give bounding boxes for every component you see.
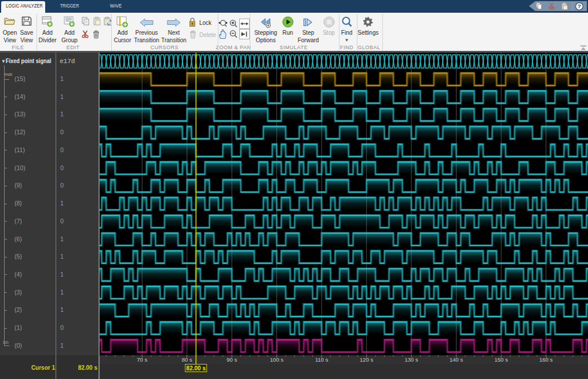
- svg-text:?: ?: [578, 3, 581, 9]
- svg-text:160 s: 160 s: [539, 356, 553, 363]
- svg-text:70 s: 70 s: [137, 356, 147, 363]
- svg-text:130 s: 130 s: [404, 356, 418, 363]
- svg-text:100 s: 100 s: [270, 356, 283, 363]
- svg-text:80 s: 80 s: [182, 356, 192, 363]
- svg-text:140 s: 140 s: [450, 356, 463, 363]
- svg-text:90 s: 90 s: [227, 356, 237, 363]
- svg-text:150 s: 150 s: [494, 356, 507, 363]
- svg-text:110 s: 110 s: [315, 356, 328, 363]
- svg-text:82.00 s: 82.00 s: [187, 365, 206, 371]
- svg-text:120 s: 120 s: [360, 356, 373, 363]
